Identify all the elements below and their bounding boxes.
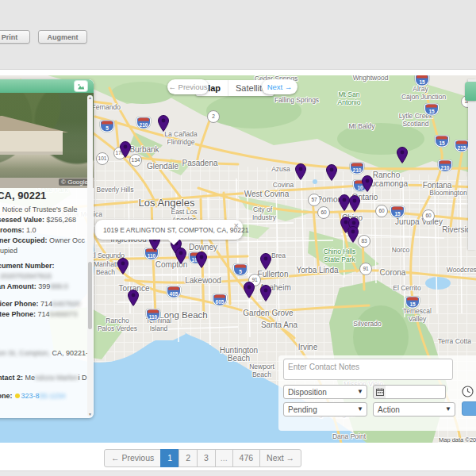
field-value: 1.0 — [25, 226, 36, 234]
property-marker[interactable] — [260, 285, 271, 301]
map-label: Garden Grove — [243, 309, 293, 317]
scroll-up-icon[interactable]: ▲ — [87, 95, 93, 100]
map-label: Temescal — [403, 307, 432, 315]
field-value: $256,268 — [44, 216, 76, 224]
map-label: Chino Hills — [324, 248, 356, 255]
app-window: Export / Print Augment — [0, 0, 476, 476]
property-marker[interactable] — [128, 290, 139, 306]
highway-shield: 60 — [375, 205, 388, 217]
map-label: Mt Baldy — [348, 122, 374, 130]
next-card-peek — [468, 79, 476, 250]
toolbar-divider — [0, 70, 476, 75]
map-label: Covina — [273, 181, 294, 189]
property-marker[interactable] — [349, 195, 360, 212]
map-label: Rancho — [106, 317, 129, 324]
property-photo[interactable]: © Google — [0, 93, 94, 188]
map-label: Brea — [271, 251, 286, 259]
phone-link[interactable]: 55-1234 — [40, 392, 66, 400]
pagination-item[interactable]: 1 — [160, 449, 179, 467]
date-input[interactable] — [386, 385, 446, 399]
chevron-down-icon: ▼ — [445, 405, 451, 413]
map-label: Flintridge — [167, 138, 195, 146]
map-label: Newport — [249, 363, 274, 370]
property-field: Document Number: — [0, 263, 94, 270]
export-print-button[interactable]: Export / Print — [0, 30, 30, 44]
map-label: Beach — [252, 370, 271, 378]
highway-shield: 83 — [358, 235, 370, 248]
field-label: 1019 E Arlington St, Compton, CA, 90221 — [0, 190, 46, 202]
card-scrollbar[interactable]: ▲ ▼ — [87, 95, 93, 416]
field-value: 1019 E Arlington St, Compton, — [0, 349, 50, 357]
scroll-down-icon[interactable]: ▼ — [87, 412, 93, 416]
map-next-button[interactable]: Next → — [262, 79, 298, 94]
property-marker[interactable] — [295, 163, 306, 180]
field-label: Trustee Phone: — [0, 310, 36, 318]
highway-shield: 57 — [308, 194, 321, 206]
map-infowindow: 1019 E ARLINGTON ST, COMPTON, CA, 90221 … — [95, 220, 243, 240]
highway-shield: 5 — [233, 264, 248, 276]
map-label: Fullerton — [258, 270, 289, 278]
field-value: 2020702947915 — [0, 272, 52, 280]
disposition-value: Disposition — [288, 388, 327, 397]
property-marker[interactable] — [347, 226, 359, 243]
property-field: Loan Amount: 399999.0 — [0, 283, 94, 290]
property-marker[interactable] — [397, 147, 408, 163]
map-label: Bloomington — [429, 189, 466, 197]
property-marker[interactable] — [175, 248, 186, 264]
map-label: East Los — [171, 208, 197, 216]
map-label: Fontana — [423, 181, 452, 190]
scrollbar-thumb[interactable] — [88, 262, 92, 329]
clock-icon[interactable] — [462, 386, 474, 397]
property-marker[interactable] — [196, 251, 207, 268]
pagination-item[interactable]: Next → — [259, 449, 301, 467]
highway-shield: 60 — [317, 206, 330, 219]
field-value: 999.0 — [50, 282, 68, 290]
close-icon[interactable]: × — [234, 221, 239, 230]
contact-notes-input[interactable] — [283, 359, 453, 380]
highway-shield: 605 — [213, 294, 227, 306]
map-previous-button[interactable]: ← Previous — [167, 79, 209, 94]
property-marker[interactable] — [120, 141, 131, 158]
action-select[interactable]: Action ▼ — [373, 402, 455, 416]
field-label: Phone: — [0, 392, 13, 400]
photo-attribution: © Google — [59, 178, 90, 186]
property-marker[interactable] — [244, 282, 255, 298]
field-value: upied — [0, 247, 17, 255]
property-field: 1019 E Arlington St, Compton, CA, 90221- — [0, 350, 94, 357]
augment-button[interactable]: Augment — [38, 30, 87, 44]
phone-link[interactable]: 323-8 — [21, 392, 40, 400]
map[interactable]: San FernandoBurbankLa CañadaFlintridgeGl… — [0, 75, 476, 443]
disposition-select[interactable]: Disposition ▼ — [283, 385, 367, 399]
pending-value: Pending — [288, 405, 317, 414]
highway-shield: 15 — [424, 104, 439, 116]
save-note-button[interactable] — [462, 401, 476, 416]
highway-shield: 15 — [415, 75, 429, 86]
property-marker[interactable] — [339, 194, 350, 211]
pagination-item[interactable]: 3 — [197, 449, 216, 467]
property-field: upied — [0, 248, 94, 255]
property-marker[interactable] — [117, 258, 129, 274]
highway-shield: 15 — [435, 136, 449, 148]
field-value: Me — [23, 374, 35, 382]
pagination-item[interactable]: 476 — [232, 449, 261, 467]
property-field: Phone:323-855-1234 — [0, 393, 94, 400]
property-field: 1019 E Arlington St, Compton, CA, 90221 — [0, 190, 94, 202]
field-label: Servicer Phone: — [0, 300, 39, 308]
property-marker[interactable] — [326, 164, 337, 181]
map-label: Valley — [409, 315, 427, 323]
map-label: State Park — [324, 255, 355, 263]
property-marker[interactable] — [158, 115, 169, 132]
map-label: Lakewood — [185, 276, 221, 285]
property-marker[interactable] — [362, 175, 373, 192]
map-label: Norco — [392, 246, 410, 254]
property-marker[interactable] — [260, 253, 271, 270]
streetview-image-icon[interactable] — [75, 81, 87, 91]
highway-shield: 5 — [100, 121, 114, 132]
chevron-down-icon: ▼ — [357, 405, 363, 413]
map-label: Mt San — [339, 90, 360, 98]
pagination-item[interactable]: 2 — [178, 449, 198, 467]
pending-select[interactable]: Pending ▼ — [283, 402, 367, 416]
map-label: Dana Point — [332, 432, 366, 440]
pagination-item[interactable]: ← Previous — [104, 449, 161, 467]
property-field: Owner Occupied: Owner Occ — [0, 237, 94, 244]
